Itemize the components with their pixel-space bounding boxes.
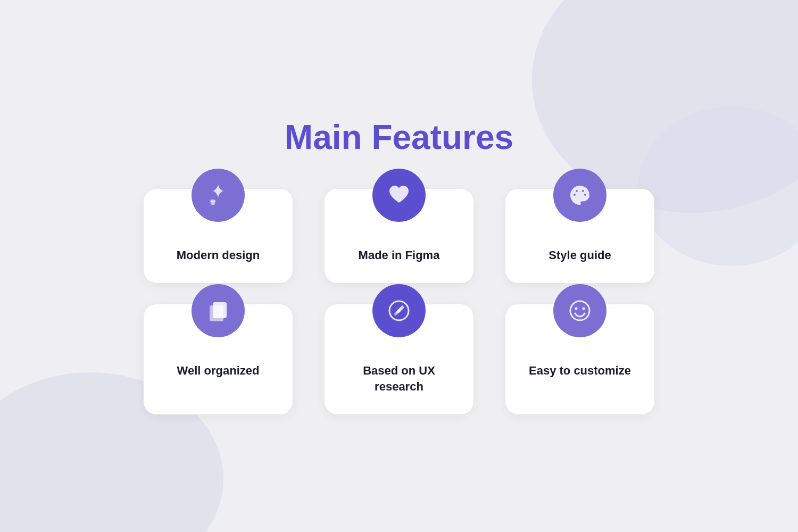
feature-card-based-on-ux: Based on UXresearch — [325, 304, 473, 415]
svg-point-9 — [575, 307, 578, 310]
based-on-ux-label: Based on UXresearch — [363, 363, 435, 396]
feature-card-made-in-figma: Made in Figma — [325, 189, 473, 283]
compass-icon — [386, 298, 412, 323]
svg-point-10 — [583, 307, 585, 310]
feature-card-easy-to-customize: Easy to customize — [505, 304, 654, 415]
smiley-icon — [567, 298, 593, 323]
made-in-figma-label: Made in Figma — [359, 247, 440, 264]
style-guide-icon-circle — [553, 169, 606, 222]
svg-rect-3 — [213, 302, 227, 318]
heart-icon — [386, 182, 412, 208]
svg-marker-6 — [394, 307, 402, 316]
svg-rect-1 — [210, 201, 216, 202]
feature-card-style-guide: Style guide — [505, 189, 654, 283]
features-grid: Modern design Made in Figma Style guide — [144, 189, 654, 414]
easy-to-customize-label: Easy to customize — [529, 363, 631, 379]
palette-icon — [567, 182, 593, 208]
page-title: Main Features — [285, 118, 513, 157]
copy-icon — [205, 298, 231, 323]
well-organized-label: Well organized — [177, 363, 260, 379]
svg-point-7 — [398, 309, 401, 312]
modern-design-label: Modern design — [177, 247, 260, 264]
feature-card-modern-design: Modern design — [144, 189, 293, 283]
style-guide-label: Style guide — [548, 247, 611, 264]
made-in-figma-icon-circle — [372, 169, 426, 222]
page-container: Main Features Modern design Mad — [0, 0, 798, 532]
easy-to-customize-icon-circle — [553, 284, 606, 337]
based-on-ux-icon-circle — [372, 284, 426, 337]
well-organized-icon-circle — [192, 284, 245, 337]
sparkle-icon — [205, 182, 231, 208]
modern-design-icon-circle — [192, 169, 245, 222]
svg-point-8 — [570, 301, 589, 320]
feature-card-well-organized: Well organized — [144, 304, 293, 415]
svg-rect-0 — [211, 200, 215, 205]
